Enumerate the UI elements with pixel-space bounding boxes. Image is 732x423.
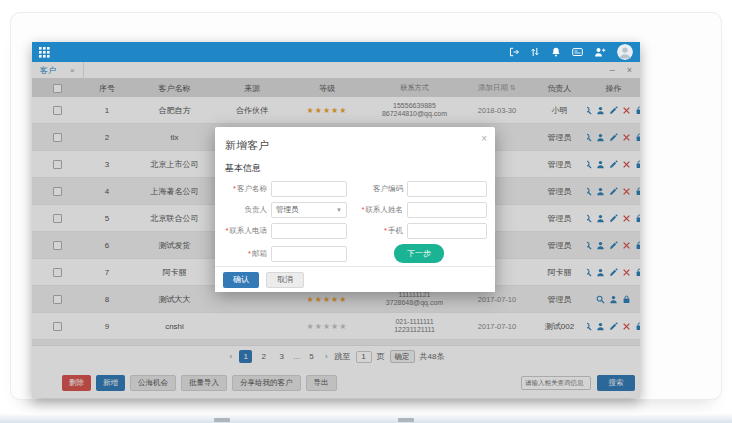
required-asterisk: * [226, 226, 229, 235]
modal-title: 新增客户 [225, 139, 269, 151]
required-asterisk: * [248, 249, 251, 258]
logout-icon[interactable] [509, 47, 519, 57]
field-label-text: 联系人电话 [230, 226, 268, 235]
field-label-text: 客户编码 [373, 184, 403, 193]
select-value: 管理员 [276, 205, 299, 215]
field-label: *联系人姓名 [351, 205, 403, 215]
top-navbar [32, 42, 640, 62]
avatar-person-icon [617, 44, 633, 60]
modal-close-icon[interactable]: × [481, 133, 487, 144]
field-label-text: 客户名称 [237, 184, 267, 193]
transfer-icon[interactable] [530, 47, 540, 57]
confirm-button[interactable]: 确认 [223, 272, 259, 288]
field-input[interactable] [271, 181, 347, 197]
next-step-button[interactable]: 下一步 [394, 244, 444, 263]
device-stand-nub [214, 418, 230, 422]
grid-menu-icon[interactable] [39, 47, 50, 58]
field-label-text: 邮箱 [252, 249, 267, 258]
field-input[interactable] [407, 181, 487, 197]
field-label: 负责人 [221, 205, 267, 215]
field-input[interactable] [407, 223, 487, 239]
field-label-text: 负责人 [245, 205, 268, 214]
field-label: *联系人电话 [221, 226, 267, 236]
page: 客户 × – × 序号客户名称来源等级联系方式添加日期⇅负责人操作 1合肥自方合… [0, 0, 732, 423]
field-input[interactable] [407, 202, 487, 218]
bell-icon[interactable] [551, 47, 561, 57]
required-asterisk: * [362, 205, 365, 214]
field-label-text: 联系人姓名 [366, 205, 404, 214]
owner-select[interactable]: 管理员▼ [271, 202, 347, 218]
field-input[interactable] [271, 223, 347, 239]
chevron-down-icon: ▼ [336, 207, 342, 213]
required-asterisk: * [233, 184, 236, 193]
user-avatar[interactable] [617, 44, 633, 60]
app-window: 客户 × – × 序号客户名称来源等级联系方式添加日期⇅负责人操作 1合肥自方合… [32, 42, 640, 398]
device-stand-nub [398, 418, 414, 422]
cancel-button[interactable]: 取消 [266, 272, 304, 288]
field-label: 客户编码 [351, 184, 403, 194]
required-asterisk: * [384, 226, 387, 235]
card-icon[interactable] [572, 47, 583, 57]
user-add-icon[interactable] [594, 47, 606, 57]
field-label: *邮箱 [221, 249, 267, 259]
field-input[interactable] [271, 246, 347, 262]
field-label-text: 手机 [388, 226, 403, 235]
device-base-shadow [0, 413, 732, 423]
field-label: *手机 [351, 226, 403, 236]
modal-footer: 确认 取消 [215, 266, 495, 292]
add-customer-modal: 新增客户 × 基本信息 *客户名称客户编码负责人管理员▼*联系人姓名*联系人电话… [215, 127, 495, 292]
field-label: *客户名称 [221, 184, 267, 194]
modal-section-title: 基本信息 [215, 155, 495, 178]
